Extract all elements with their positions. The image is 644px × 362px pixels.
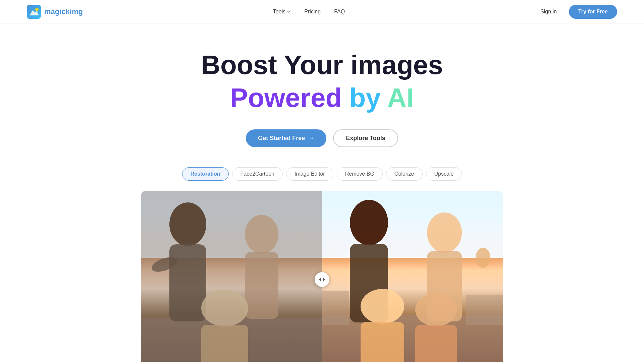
chevron-down-icon xyxy=(287,10,291,14)
tab-colorize[interactable]: Colorize xyxy=(386,167,423,181)
ai-text: AI xyxy=(387,83,414,113)
svg-rect-12 xyxy=(141,191,322,362)
comparison-divider-handle[interactable] xyxy=(315,272,329,287)
by-text: by xyxy=(350,83,381,113)
tab-image-editor[interactable]: Image Editor xyxy=(286,167,333,181)
logo-text-img: img xyxy=(70,7,83,16)
hero-section: Boost Your images Powered by AI Get Star… xyxy=(0,23,644,362)
image-before xyxy=(141,191,322,362)
svg-point-21 xyxy=(476,248,490,268)
svg-point-19 xyxy=(427,213,462,253)
tab-remove-bg[interactable]: Remove BG xyxy=(337,167,383,181)
nav-tools-label: Tools xyxy=(273,9,285,15)
svg-rect-13 xyxy=(322,191,503,258)
logo-text-magick: magick xyxy=(44,7,70,16)
svg-point-2 xyxy=(35,8,39,11)
logo-text: magickimg xyxy=(44,7,83,16)
nav-faq-label: FAQ xyxy=(334,9,345,15)
svg-point-17 xyxy=(350,200,388,245)
tab-upscale[interactable]: Upscale xyxy=(426,167,462,181)
svg-rect-16 xyxy=(466,295,503,325)
get-started-button[interactable]: Get Started Free → xyxy=(246,129,326,147)
comparison-wrapper xyxy=(141,191,503,362)
svg-rect-25 xyxy=(415,325,457,362)
arrow-icon: → xyxy=(308,135,314,142)
sign-in-button[interactable]: Sign in xyxy=(535,6,562,17)
scene-right-svg xyxy=(322,191,503,362)
nav-links: Tools Pricing FAQ xyxy=(273,9,345,15)
powered-text: Powered xyxy=(230,83,342,113)
tab-restoration[interactable]: Restoration xyxy=(182,167,229,181)
image-after xyxy=(322,191,503,362)
svg-rect-23 xyxy=(361,322,404,362)
try-free-button[interactable]: Try for Free xyxy=(569,5,617,19)
tab-face2cartoon[interactable]: Face2Cartoon xyxy=(232,167,283,181)
nav-pricing-link[interactable]: Pricing xyxy=(304,9,321,15)
navbar: magickimg Tools Pricing FAQ Sign in Try … xyxy=(0,0,644,23)
logo-link[interactable]: magickimg xyxy=(27,5,83,19)
nav-actions: Sign in Try for Free xyxy=(535,5,617,19)
scene-left-svg xyxy=(141,191,322,362)
image-comparison[interactable] xyxy=(141,191,503,362)
compare-arrows-icon xyxy=(318,276,326,283)
svg-point-22 xyxy=(361,289,404,324)
explore-tools-button[interactable]: Explore Tools xyxy=(333,129,398,147)
nav-tools-link[interactable]: Tools xyxy=(273,9,291,15)
logo-icon xyxy=(27,5,41,19)
svg-rect-15 xyxy=(322,291,349,325)
hero-title-line1: Boost Your images xyxy=(201,50,443,80)
nav-pricing-label: Pricing xyxy=(304,9,321,15)
get-started-label: Get Started Free xyxy=(258,135,305,142)
hero-buttons: Get Started Free → Explore Tools xyxy=(246,129,398,147)
tool-tabs: Restoration Face2Cartoon Image Editor Re… xyxy=(182,167,462,181)
svg-point-24 xyxy=(415,293,457,326)
hero-title-line2: Powered by AI xyxy=(230,83,414,113)
nav-faq-link[interactable]: FAQ xyxy=(334,9,345,15)
